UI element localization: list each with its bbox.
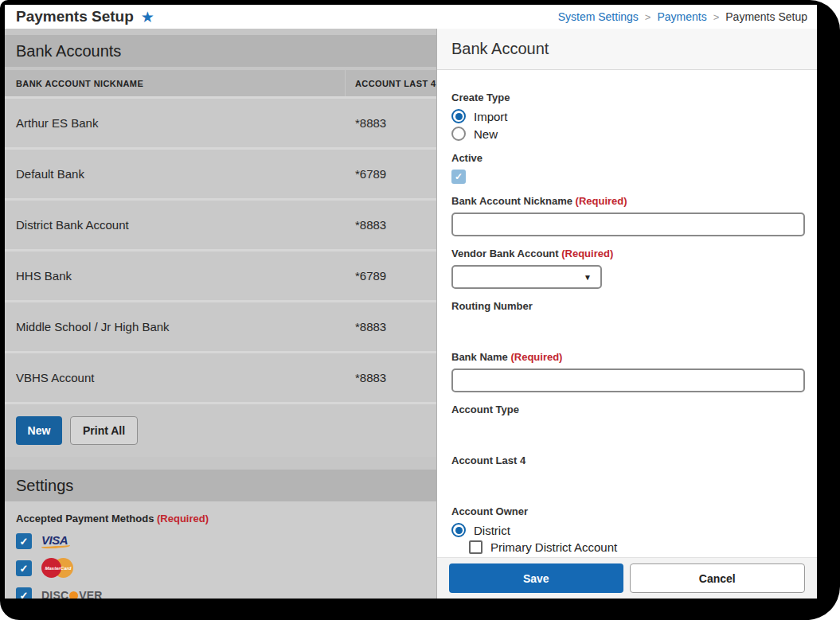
account-last4-value <box>451 472 804 494</box>
cancel-button[interactable]: Cancel <box>630 563 806 593</box>
row-nickname: Arthur ES Bank <box>5 116 346 130</box>
row-last4: *8883 <box>346 218 386 232</box>
nickname-group: Bank Account Nickname (Required) <box>451 195 804 236</box>
vendor-label: Vendor Bank Account <box>451 248 559 259</box>
active-group: Active ✓ <box>451 152 804 184</box>
vendor-group: Vendor Bank Account (Required) ▼ <box>451 248 804 289</box>
panel-header: Bank Account <box>437 29 817 70</box>
breadcrumb-system-settings[interactable]: System Settings <box>558 10 639 23</box>
radio-import-label: Import <box>474 110 508 123</box>
primary-district-label: Primary District Account <box>490 540 617 554</box>
routing-group: Routing Number <box>451 300 804 340</box>
create-type-group: Create Type Import New <box>451 92 804 141</box>
screenshot-frame: Payments Setup ★ System Settings > Payme… <box>0 0 840 620</box>
column-header-last4: ACCOUNT LAST 4 <box>346 79 436 88</box>
radio-district[interactable]: District <box>451 523 804 537</box>
row-nickname: District Bank Account <box>5 218 346 232</box>
bank-name-input[interactable] <box>451 368 805 392</box>
required-label: (Required) <box>157 513 209 524</box>
active-checkbox: ✓ <box>451 170 466 184</box>
row-nickname: Default Bank <box>5 167 346 181</box>
breadcrumb-payments[interactable]: Payments <box>657 10 706 23</box>
vendor-select[interactable]: ▼ <box>451 265 602 289</box>
breadcrumb-current: Payments Setup <box>725 10 807 23</box>
bank-account-panel: Bank Account Create Type Import New Acti… <box>436 29 817 599</box>
accepted-payment-methods-label: Accepted Payment Methods <box>16 513 154 524</box>
visa-checkbox[interactable]: ✓ <box>16 533 32 549</box>
row-last4: *6789 <box>346 167 386 181</box>
new-button[interactable]: New <box>16 416 62 445</box>
account-owner-group: Account Owner District Primary District … <box>451 505 804 557</box>
radio-selected-icon <box>451 109 466 123</box>
account-last4-label: Account Last 4 <box>451 454 804 466</box>
mastercard-logo: MasterCard <box>41 558 75 579</box>
account-last4-group: Account Last 4 <box>451 454 804 494</box>
radio-selected-icon <box>451 523 466 537</box>
print-all-button[interactable]: Print All <box>70 416 138 445</box>
mastercard-checkbox[interactable]: ✓ <box>16 560 32 576</box>
panel-title: Bank Account <box>451 40 549 58</box>
settings-section-title: Settings <box>16 477 73 495</box>
create-type-label: Create Type <box>451 92 804 103</box>
primary-district-checkbox[interactable] <box>469 540 483 554</box>
primary-district-account-row[interactable]: Primary District Account <box>469 540 804 554</box>
required-label: (Required) <box>576 195 627 207</box>
row-nickname: HHS Bank <box>5 269 346 283</box>
required-label: (Required) <box>561 248 613 259</box>
row-nickname: Middle School / Jr High Bank <box>5 320 346 333</box>
breadcrumb: System Settings > Payments > Payments Se… <box>558 10 807 23</box>
account-type-value <box>451 421 804 443</box>
routing-value <box>451 318 804 340</box>
radio-new-label: New <box>474 127 498 141</box>
discover-checkbox[interactable]: ✓ <box>16 587 32 599</box>
page-title: Payments Setup <box>16 8 134 25</box>
nickname-input[interactable] <box>451 213 805 236</box>
active-label: Active <box>451 152 804 164</box>
bank-name-label: Bank Name <box>451 351 508 363</box>
radio-unselected-icon <box>451 127 466 141</box>
payments-setup-app: Payments Setup ★ System Settings > Payme… <box>5 5 817 599</box>
row-nickname: VBHS Account <box>5 371 346 384</box>
breadcrumb-separator-icon: > <box>645 11 651 23</box>
panel-body: Create Type Import New Active ✓ Bank Acc… <box>437 71 817 557</box>
account-type-group: Account Type <box>451 404 804 443</box>
save-button[interactable]: Save <box>449 563 623 593</box>
row-last4: *6789 <box>346 269 386 283</box>
account-owner-label: Account Owner <box>451 505 804 517</box>
row-last4: *8883 <box>346 320 386 333</box>
visa-logo: VISA <box>41 535 70 548</box>
panel-footer: Save Cancel <box>437 557 817 599</box>
column-header-nickname: BANK ACCOUNT NICKNAME <box>5 70 346 96</box>
row-last4: *8883 <box>346 371 386 384</box>
radio-district-label: District <box>474 524 510 537</box>
favorite-star-icon[interactable]: ★ <box>141 10 154 25</box>
radio-import[interactable]: Import <box>451 109 804 123</box>
chevron-down-icon: ▼ <box>584 273 592 282</box>
bank-name-group: Bank Name (Required) <box>451 351 804 392</box>
discover-o-icon <box>69 591 78 599</box>
discover-logo: DISC VER <box>41 589 103 599</box>
routing-label: Routing Number <box>451 300 804 312</box>
nickname-label: Bank Account Nickname <box>451 195 572 207</box>
radio-new[interactable]: New <box>451 127 804 141</box>
row-last4: *8883 <box>346 116 386 130</box>
account-type-label: Account Type <box>451 404 804 415</box>
bank-accounts-section-title: Bank Accounts <box>16 42 121 60</box>
required-label: (Required) <box>510 351 562 363</box>
breadcrumb-separator-icon: > <box>713 11 720 23</box>
top-bar: Payments Setup ★ System Settings > Payme… <box>5 5 817 29</box>
